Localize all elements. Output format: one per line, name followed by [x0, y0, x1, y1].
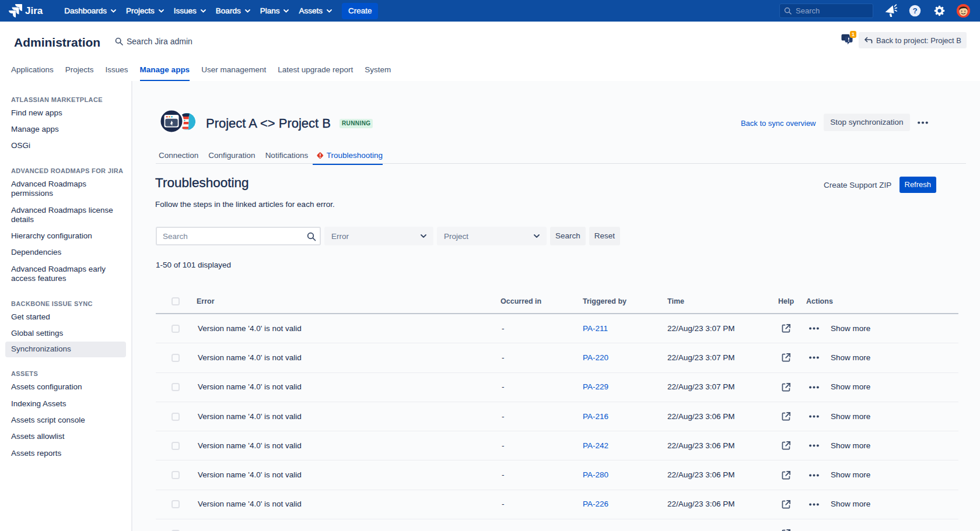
svg-text:?: ?	[912, 6, 917, 15]
